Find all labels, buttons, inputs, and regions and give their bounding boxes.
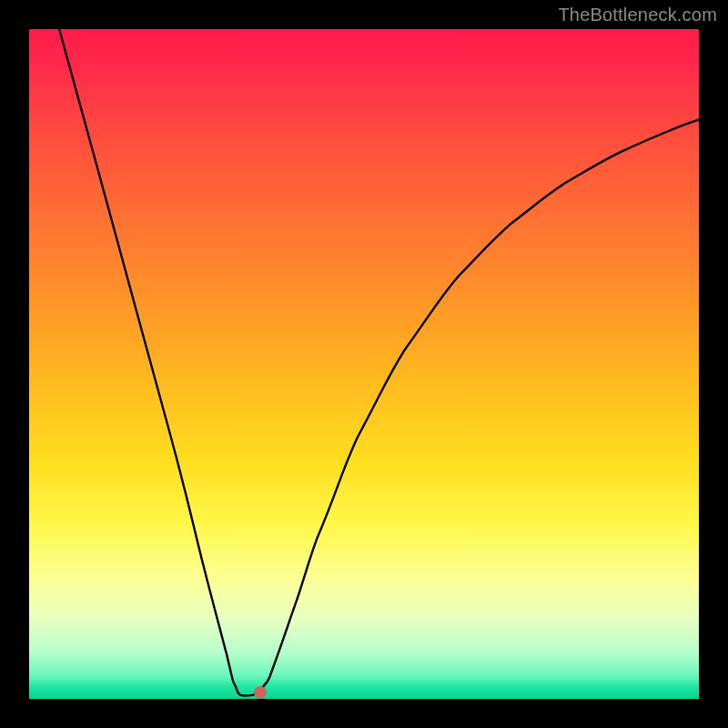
watermark-text: TheBottleneck.com [558,5,717,25]
curve-path [59,29,699,696]
chart-frame: TheBottleneck.com [0,0,728,728]
optimum-marker [254,686,267,699]
plot-area [29,29,699,699]
bottleneck-curve [29,29,699,699]
